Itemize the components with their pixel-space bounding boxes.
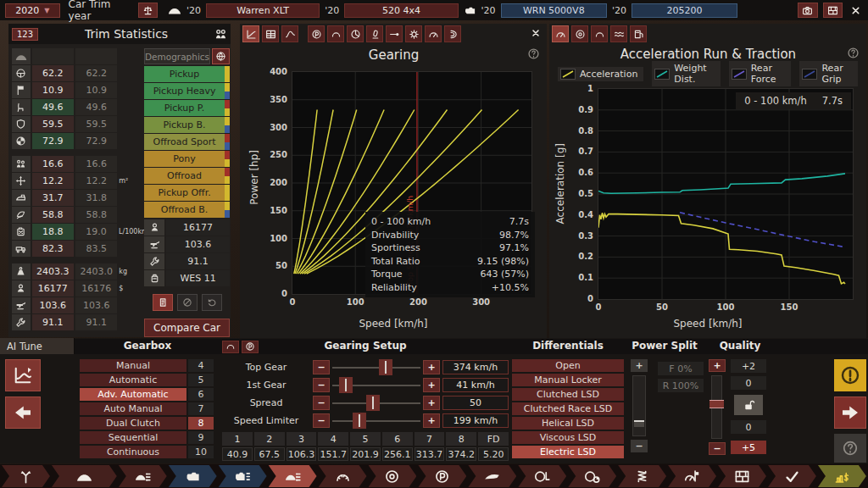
slider-handle[interactable] xyxy=(339,377,353,393)
gearbox-type-continuous[interactable]: Continuous xyxy=(80,446,186,458)
ai-tune-graph-button[interactable] xyxy=(5,359,41,391)
engine-family-box[interactable]: WRN 5000V8 xyxy=(501,3,607,18)
gear-count-option[interactable]: 9 xyxy=(188,431,214,444)
quality-slider-handle[interactable] xyxy=(709,400,724,408)
nav-tab-conclusion[interactable] xyxy=(768,465,816,487)
slider-handle[interactable] xyxy=(366,395,380,411)
tool-gauge-button[interactable] xyxy=(425,25,442,42)
tool-pie-button[interactable] xyxy=(347,25,364,42)
quality-increase-button[interactable]: + xyxy=(709,359,726,372)
legend-acceleration[interactable]: Acceleration xyxy=(558,67,643,81)
demographic-pickup-b-[interactable]: Pickup B. xyxy=(144,117,230,133)
nav-tab-car-body[interactable] xyxy=(52,465,117,487)
demographic-pickup-heavy[interactable]: Pickup Heavy xyxy=(144,83,230,99)
power-split-slider[interactable] xyxy=(632,375,646,436)
increase-button[interactable]: + xyxy=(423,413,440,428)
photo-mode-button[interactable] xyxy=(798,3,817,18)
demographic-pony[interactable]: Pony xyxy=(144,151,230,167)
slider-value[interactable]: 199 km/h xyxy=(442,413,509,428)
nav-tab-interior[interactable] xyxy=(518,465,566,487)
gear-count-option[interactable]: 5 xyxy=(188,374,214,386)
demographic-pickup-offr-[interactable]: Pickup Offr. xyxy=(144,185,230,201)
demographic-offroad[interactable]: Offroad xyxy=(144,168,230,184)
tool-waves-button[interactable] xyxy=(610,25,627,42)
differential-clutched-race-lsd[interactable]: Clutched Race LSD xyxy=(512,402,624,415)
legend-weight-dist-[interactable]: Weight Dist. xyxy=(652,61,720,86)
power-split-increase-button[interactable]: + xyxy=(631,359,648,372)
slider-value[interactable]: 41 km/h xyxy=(442,378,509,392)
tool-table-button[interactable] xyxy=(262,25,279,42)
demographic-offroad-sport[interactable]: Offroad Sport xyxy=(144,134,230,150)
clear-icon[interactable] xyxy=(531,28,544,41)
nav-tab-aero[interactable] xyxy=(468,465,516,487)
gearbox-type-dual-clutch[interactable]: Dual Clutch xyxy=(80,417,186,430)
legality-button[interactable] xyxy=(138,3,158,18)
decrease-button[interactable]: − xyxy=(313,413,330,428)
warning-button[interactable] xyxy=(834,359,866,391)
power-split-slider-handle[interactable] xyxy=(634,420,644,427)
nav-tab-summary[interactable] xyxy=(818,465,866,487)
decrease-button[interactable]: − xyxy=(313,378,330,392)
gearbox-type-sequential[interactable]: Sequential xyxy=(80,431,186,444)
nav-tab-trim-body[interactable] xyxy=(119,465,167,487)
quality-decrease-button[interactable]: − xyxy=(709,442,726,455)
close-icon[interactable] xyxy=(848,2,863,19)
tool-gauge-button[interactable] xyxy=(552,25,569,42)
differential-manual-locker[interactable]: Manual Locker xyxy=(512,374,624,386)
nav-tab-engine-variant[interactable] xyxy=(219,465,267,487)
help-button[interactable] xyxy=(834,434,866,463)
trim-name-box[interactable]: Warren XLT xyxy=(206,3,320,18)
nav-tab-wheels[interactable] xyxy=(369,465,417,487)
ban-button[interactable] xyxy=(177,294,198,311)
nav-tab-trim-tune[interactable] xyxy=(269,465,317,487)
forward-button[interactable] xyxy=(834,396,866,429)
tool-gear-button[interactable] xyxy=(405,25,422,42)
nav-tab-markets[interactable] xyxy=(718,465,766,487)
decrease-button[interactable]: − xyxy=(313,396,330,410)
gear-count-option[interactable]: 10 xyxy=(188,446,214,458)
tool-arc-button[interactable] xyxy=(591,25,608,42)
help-icon[interactable] xyxy=(847,47,860,62)
slider-track[interactable] xyxy=(332,377,420,393)
tool-clutch-button[interactable] xyxy=(444,25,461,42)
screenshot-button[interactable] xyxy=(823,3,843,18)
nav-tab-driving-aids[interactable] xyxy=(568,465,616,487)
slider-track[interactable] xyxy=(332,395,420,411)
differential-clutched-lsd[interactable]: Clutched LSD xyxy=(512,388,624,401)
gear-count-option[interactable]: 4 xyxy=(188,359,214,372)
engine-variant-box[interactable]: 205200 xyxy=(632,3,737,18)
demographics-header-button[interactable]: Demographics xyxy=(144,48,210,64)
legend-rear-grip[interactable]: Rear Grip xyxy=(799,61,858,86)
gearbox-type-adv-automatic[interactable]: Adv. Automatic xyxy=(80,388,186,401)
gearing-setup-brake-icon[interactable] xyxy=(242,341,259,353)
slider-value[interactable]: 374 km/h xyxy=(442,360,509,374)
tool-pump-button[interactable] xyxy=(630,25,647,42)
increase-button[interactable]: + xyxy=(423,360,440,374)
back-button[interactable] xyxy=(5,396,41,429)
gear-count-option[interactable]: 8 xyxy=(188,417,214,430)
stats-mode-badge[interactable]: 123 xyxy=(12,28,38,41)
tool-arc-button[interactable] xyxy=(327,25,344,42)
increase-button[interactable]: + xyxy=(423,378,440,392)
quality-lock-button[interactable] xyxy=(734,395,763,415)
nav-tab-gearbox[interactable] xyxy=(319,465,367,487)
gear-count-option[interactable]: 7 xyxy=(188,402,214,415)
tool-pedal-button[interactable] xyxy=(366,25,383,42)
nav-tab-suspension[interactable] xyxy=(618,465,666,487)
tool-brake-button[interactable] xyxy=(308,25,325,42)
gearbox-type-manual[interactable]: Manual xyxy=(80,359,186,372)
decrease-button[interactable]: − xyxy=(313,360,330,374)
nav-tab-engine-family[interactable] xyxy=(169,465,217,487)
body-name-box[interactable]: 520 4x4 xyxy=(344,3,458,18)
nav-tab-drivetrain[interactable] xyxy=(2,465,50,487)
differential-open[interactable]: Open xyxy=(512,359,624,372)
gearing-setup-speed-icon[interactable] xyxy=(222,341,239,353)
demographic-pickup-p-[interactable]: Pickup P. xyxy=(144,100,230,116)
tool-dyno-button[interactable] xyxy=(281,25,298,42)
gear-count-option[interactable]: 6 xyxy=(188,388,214,401)
slider-track[interactable] xyxy=(332,359,420,375)
power-split-decrease-button[interactable]: − xyxy=(631,440,648,452)
differential-helical-lsd[interactable]: Helical LSD xyxy=(512,417,624,430)
differential-electric-lsd[interactable]: Electric LSD xyxy=(512,446,624,458)
gearbox-type-automatic[interactable]: Automatic xyxy=(80,374,186,386)
